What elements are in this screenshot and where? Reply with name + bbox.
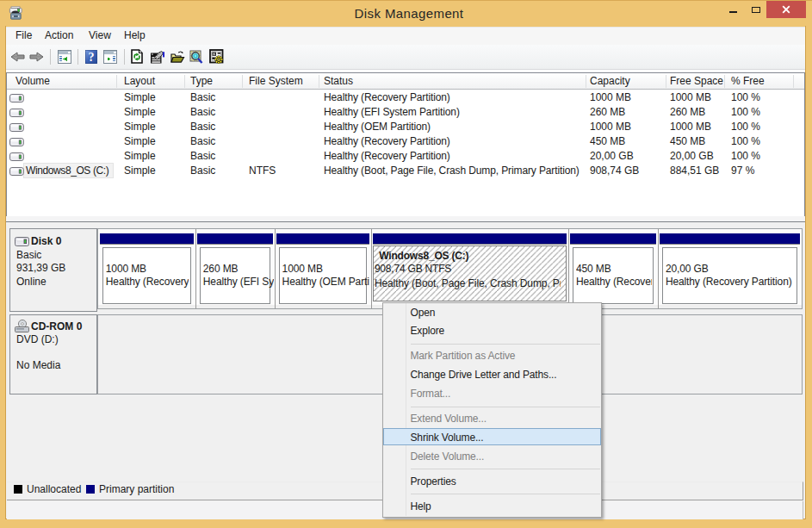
svg-text:?: ? (89, 51, 95, 64)
